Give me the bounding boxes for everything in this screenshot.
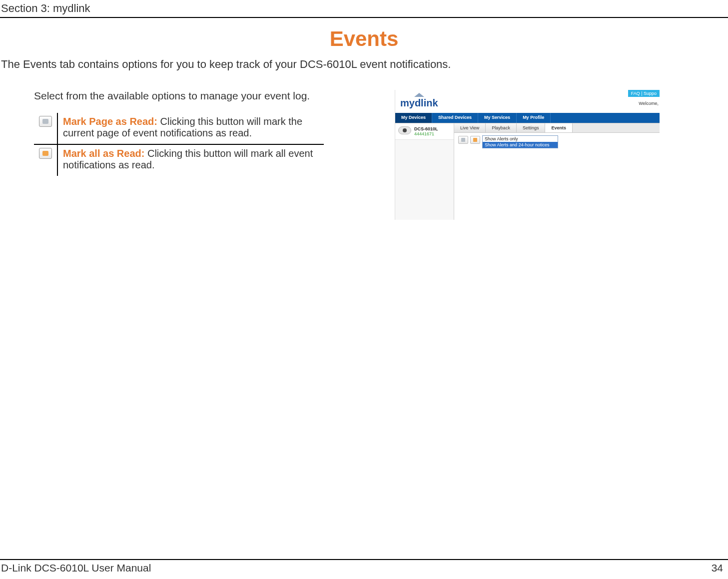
mark-all-read-button[interactable] [470,136,480,144]
device-item[interactable]: DCS-6010L 44441671 [395,123,454,140]
intro-paragraph: The Events tab contains options for you … [1,58,727,71]
tab-events[interactable]: Events [545,123,573,132]
sub-tabs: Live View Playback Settings Events [454,123,660,133]
page-footer: D-Link DCS-6010L User Manual 34 [0,559,728,574]
left-column: Select from the available options to man… [0,90,395,176]
nav-my-services[interactable]: My Services [478,113,517,123]
body-area: DCS-6010L 44441671 Live View Playback Se… [395,123,660,220]
dropdown-option-selected[interactable]: Show Alerts and 24-hour notices [483,142,558,148]
dropdown-menu-open: Show Alerts only Show Alerts and 24-hour… [482,135,558,148]
option-label: Mark all as Read: [63,148,144,159]
device-name: DCS-6010L [414,126,438,131]
content-row: Select from the available options to man… [0,90,728,220]
device-id: 44441671 [414,131,438,136]
option-icon-cell [34,144,57,176]
option-desc-cell: Mark Page as Read: Clicking this button … [57,113,324,144]
mark-page-read-icon [39,116,52,127]
footer-manual-name: D-Link DCS-6010L User Manual [1,562,151,574]
select-instruction: Select from the available options to man… [34,90,380,102]
options-table: Mark Page as Read: Clicking this button … [34,113,324,176]
dropdown-option[interactable]: Show Alerts only [483,136,558,142]
welcome-text: Welcome, [639,101,659,106]
option-row: Mark all as Read: Clicking this button w… [34,144,324,176]
option-desc-cell: Mark all as Read: Clicking this button w… [57,144,324,176]
faq-support-link[interactable]: FAQ | Suppo [628,90,660,97]
device-text: DCS-6010L 44441671 [414,126,438,136]
footer-page-number: 34 [712,562,723,574]
tab-playback[interactable]: Playback [486,123,517,132]
nav-my-profile[interactable]: My Profile [517,113,551,123]
nav-my-devices[interactable]: My Devices [395,113,432,123]
section-header-text: Section 3: mydlink [1,2,90,14]
mydlink-screenshot: mydlink FAQ | Suppo Welcome, My Devices … [395,90,660,220]
main-nav: My Devices Shared Devices My Services My… [395,113,660,123]
house-roof-icon [414,93,424,97]
mark-all-read-icon [39,148,52,159]
tab-area: Live View Playback Settings Events Show … [454,123,660,220]
nav-shared-devices[interactable]: Shared Devices [432,113,478,123]
tab-settings[interactable]: Settings [517,123,546,132]
tab-live-view[interactable]: Live View [454,123,486,132]
page-title: Events [0,27,728,51]
option-row: Mark Page as Read: Clicking this button … [34,113,324,144]
option-icon-cell [34,113,57,144]
logo-text: mydlink [400,97,438,108]
section-header: Section 3: mydlink [0,0,728,18]
camera-icon [398,126,411,134]
mark-page-read-button[interactable] [458,136,468,144]
right-column: mydlink FAQ | Suppo Welcome, My Devices … [395,90,665,220]
device-list: DCS-6010L 44441671 [395,123,454,220]
mydlink-logo: mydlink [400,93,438,109]
option-label: Mark Page as Read: [63,116,157,127]
